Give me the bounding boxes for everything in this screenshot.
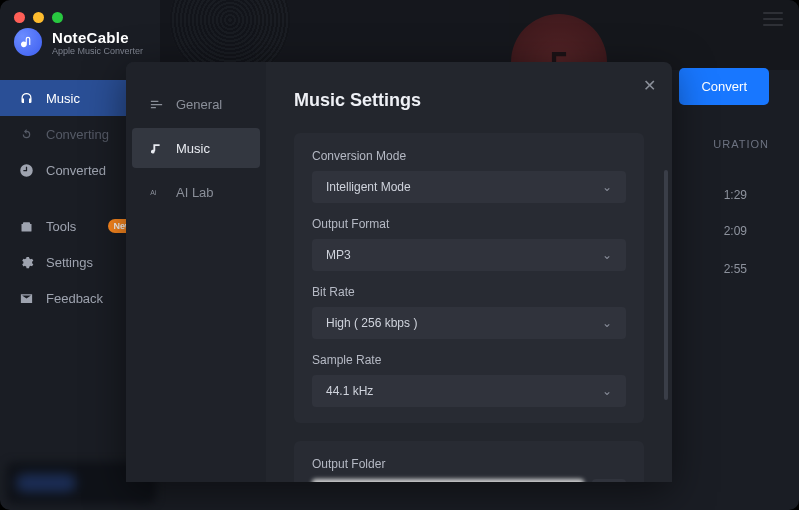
close-icon[interactable]: ✕ xyxy=(643,76,656,95)
headphones-icon xyxy=(18,91,34,106)
settings-panel: Music Settings Conversion Mode Intellige… xyxy=(266,62,672,482)
track-duration: 2:55 xyxy=(724,262,747,276)
browse-folder-button[interactable]: ... xyxy=(592,479,626,482)
tab-ai-lab[interactable]: Ai AI Lab xyxy=(132,172,260,212)
output-folder-path[interactable] xyxy=(312,479,584,482)
mail-icon xyxy=(18,291,34,306)
label-conversion-mode: Conversion Mode xyxy=(312,149,626,163)
chevron-down-icon: ⌄ xyxy=(602,248,612,262)
tab-general[interactable]: General xyxy=(132,84,260,124)
refresh-icon xyxy=(18,127,34,142)
settings-tabs: General Music Ai AI Lab xyxy=(126,62,266,482)
window-controls xyxy=(14,12,63,23)
sidebar-item-label: Tools xyxy=(46,219,76,234)
track-duration: 1:29 xyxy=(724,188,747,202)
app-brand: NoteCable Apple Music Converter xyxy=(14,28,143,56)
track-duration: 2:09 xyxy=(724,224,747,238)
select-conversion-mode[interactable]: Intelligent Mode ⌄ xyxy=(312,171,626,203)
svg-text:Ai: Ai xyxy=(150,189,157,196)
label-output-format: Output Format xyxy=(312,217,626,231)
select-output-format[interactable]: MP3 ⌄ xyxy=(312,239,626,271)
music-note-icon xyxy=(148,141,164,156)
tab-music[interactable]: Music xyxy=(132,128,260,168)
sidebar-item-settings[interactable]: Settings xyxy=(0,244,135,280)
settings-section-output: Output Folder ... xyxy=(294,441,644,482)
close-window-button[interactable] xyxy=(14,12,25,23)
chevron-down-icon: ⌄ xyxy=(602,180,612,194)
toolbox-icon xyxy=(18,219,34,234)
panel-title: Music Settings xyxy=(294,90,644,111)
zoom-window-button[interactable] xyxy=(52,12,63,23)
sidebar-item-music[interactable]: Music xyxy=(0,80,135,116)
app-subtitle: Apple Music Converter xyxy=(52,46,143,56)
sidebar-item-label: Converted xyxy=(46,163,106,178)
convert-button[interactable]: Convert xyxy=(679,68,769,105)
tab-label: AI Lab xyxy=(176,185,214,200)
select-value: MP3 xyxy=(326,248,351,262)
minimize-window-button[interactable] xyxy=(33,12,44,23)
sidebar-item-label: Settings xyxy=(46,255,93,270)
chevron-down-icon: ⌄ xyxy=(602,384,612,398)
app-logo-icon xyxy=(14,28,42,56)
label-bit-rate: Bit Rate xyxy=(312,285,626,299)
settings-modal: ✕ General Music Ai AI Lab xyxy=(126,62,672,482)
sliders-icon xyxy=(148,97,164,112)
sidebar-item-tools[interactable]: Tools New xyxy=(0,208,135,244)
app-title: NoteCable xyxy=(52,29,143,46)
label-sample-rate: Sample Rate xyxy=(312,353,626,367)
select-value: Intelligent Mode xyxy=(326,180,411,194)
sidebar-item-feedback[interactable]: Feedback xyxy=(0,280,135,316)
sidebar: Music Converting Converted Tools New xyxy=(0,80,135,316)
clock-icon xyxy=(18,163,34,178)
tab-label: Music xyxy=(176,141,210,156)
sidebar-item-converted[interactable]: Converted xyxy=(0,152,135,188)
label-output-folder: Output Folder xyxy=(312,457,626,471)
sidebar-item-label: Converting xyxy=(46,127,109,142)
chevron-down-icon: ⌄ xyxy=(602,316,612,330)
select-sample-rate[interactable]: 44.1 kHz ⌄ xyxy=(312,375,626,407)
gear-icon xyxy=(18,255,34,270)
sidebar-item-label: Music xyxy=(46,91,80,106)
select-bit-rate[interactable]: High ( 256 kbps ) ⌄ xyxy=(312,307,626,339)
sidebar-item-converting[interactable]: Converting xyxy=(0,116,135,152)
ai-icon: Ai xyxy=(148,185,164,200)
hero-background xyxy=(160,0,799,70)
scrollbar[interactable] xyxy=(664,170,668,400)
sidebar-item-label: Feedback xyxy=(46,291,103,306)
column-header-duration: URATION xyxy=(713,138,769,150)
settings-section-conversion: Conversion Mode Intelligent Mode ⌄ Outpu… xyxy=(294,133,644,423)
app-window: NoteCable Apple Music Converter Music Co… xyxy=(0,0,799,510)
select-value: High ( 256 kbps ) xyxy=(326,316,417,330)
tab-label: General xyxy=(176,97,222,112)
select-value: 44.1 kHz xyxy=(326,384,373,398)
